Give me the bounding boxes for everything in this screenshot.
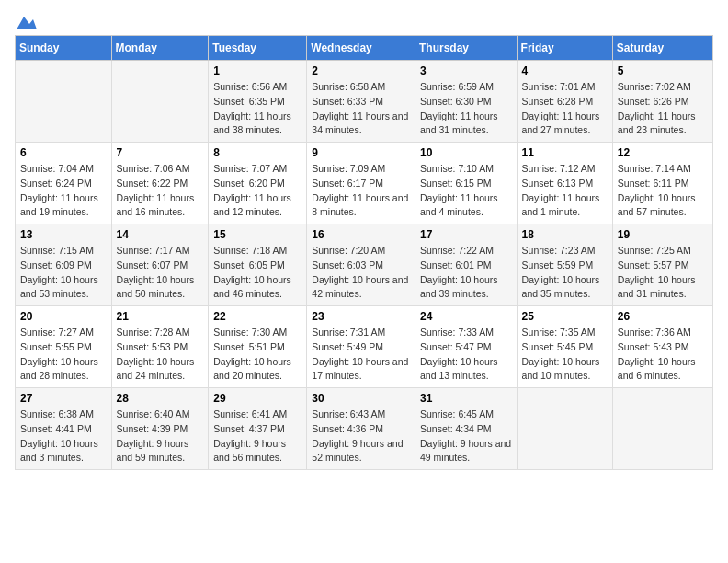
calendar-day-cell: 6Sunrise: 7:04 AMSunset: 6:24 PMDaylight… [16,143,112,224]
day-of-week-header: Monday [111,36,209,61]
day-info-text: Sunrise: 6:56 AM [213,80,301,95]
calendar-day-cell: 8Sunrise: 7:07 AMSunset: 6:20 PMDaylight… [209,143,307,224]
day-info-text: Daylight: 10 hours and 13 minutes. [420,355,512,385]
day-info-text: Sunset: 5:55 PM [20,340,107,355]
day-number: 26 [618,310,708,323]
calendar-week-row: 1Sunrise: 6:56 AMSunset: 6:35 PMDaylight… [16,61,713,143]
day-info-text: Daylight: 11 hours and 38 minutes. [213,109,301,139]
day-info-text: Daylight: 9 hours and 59 minutes. [117,437,204,466]
calendar-day-cell: 4Sunrise: 7:01 AMSunset: 6:28 PMDaylight… [517,61,612,143]
day-of-week-header: Friday [517,36,612,61]
calendar-day-cell: 29Sunrise: 6:41 AMSunset: 4:37 PMDayligh… [209,388,307,470]
day-info-text: Sunset: 6:35 PM [213,95,301,109]
day-info-text: Daylight: 11 hours and 23 minutes. [618,109,708,139]
day-number: 16 [312,228,410,241]
day-info-text: Sunrise: 7:22 AM [420,244,512,259]
calendar-day-cell: 30Sunrise: 6:43 AMSunset: 4:36 PMDayligh… [307,388,415,470]
day-info-text: Daylight: 11 hours and 19 minutes. [20,191,107,221]
day-of-week-header: Sunday [16,36,112,61]
day-info-text: Sunset: 4:41 PM [20,422,107,437]
calendar-day-cell: 25Sunrise: 7:35 AMSunset: 5:45 PMDayligh… [517,306,612,388]
day-info-text: Daylight: 10 hours and 35 minutes. [522,273,608,303]
calendar-header-row: SundayMondayTuesdayWednesdayThursdayFrid… [16,36,713,61]
day-number: 5 [618,64,708,77]
calendar-week-row: 6Sunrise: 7:04 AMSunset: 6:24 PMDaylight… [16,143,713,224]
calendar-day-cell: 26Sunrise: 7:36 AMSunset: 5:43 PMDayligh… [612,306,712,388]
day-info-text: Sunrise: 7:27 AM [20,326,107,340]
day-info-text: Sunrise: 7:01 AM [522,80,608,95]
day-info-text: Sunset: 6:13 PM [522,177,608,191]
day-info-text: Sunrise: 7:28 AM [117,326,204,340]
day-number: 11 [522,146,608,159]
svg-marker-0 [17,17,37,29]
day-number: 22 [213,310,301,323]
calendar-day-cell: 27Sunrise: 6:38 AMSunset: 4:41 PMDayligh… [16,388,112,470]
day-info-text: Daylight: 10 hours and 6 minutes. [618,355,708,385]
calendar-day-cell: 12Sunrise: 7:14 AMSunset: 6:11 PMDayligh… [612,143,712,224]
day-info-text: Sunset: 5:53 PM [117,340,204,355]
day-info-text: Sunset: 5:43 PM [618,340,708,355]
day-info-text: Sunset: 6:09 PM [20,259,107,273]
day-number: 20 [20,310,107,323]
day-number: 3 [420,64,512,77]
day-info-text: Sunrise: 6:45 AM [420,408,512,422]
day-info-text: Daylight: 10 hours and 57 minutes. [618,191,708,221]
day-info-text: Sunrise: 7:23 AM [522,244,608,259]
calendar-day-cell: 16Sunrise: 7:20 AMSunset: 6:03 PMDayligh… [307,224,415,306]
day-number: 18 [522,228,608,241]
day-info-text: Sunrise: 7:14 AM [618,162,708,177]
logo [15,15,37,26]
calendar-day-cell: 7Sunrise: 7:06 AMSunset: 6:22 PMDaylight… [111,143,209,224]
day-info-text: Sunrise: 7:06 AM [117,162,204,177]
day-number: 27 [20,392,107,405]
day-info-text: Sunrise: 6:43 AM [312,408,410,422]
calendar-day-cell: 10Sunrise: 7:10 AMSunset: 6:15 PMDayligh… [415,143,517,224]
day-info-text: Sunrise: 6:40 AM [117,408,204,422]
calendar-day-cell: 14Sunrise: 7:17 AMSunset: 6:07 PMDayligh… [111,224,209,306]
calendar-day-cell [16,61,112,143]
day-number: 13 [20,228,107,241]
day-info-text: Sunrise: 6:59 AM [420,80,512,95]
calendar-day-cell: 9Sunrise: 7:09 AMSunset: 6:17 PMDaylight… [307,143,415,224]
day-info-text: Sunset: 4:39 PM [117,422,204,437]
day-info-text: Sunset: 4:37 PM [213,422,301,437]
day-info-text: Sunset: 6:26 PM [618,95,708,109]
calendar-day-cell: 18Sunrise: 7:23 AMSunset: 5:59 PMDayligh… [517,224,612,306]
calendar-day-cell: 13Sunrise: 7:15 AMSunset: 6:09 PMDayligh… [16,224,112,306]
day-number: 9 [312,146,410,159]
day-info-text: Daylight: 9 hours and 52 minutes. [312,437,410,466]
day-info-text: Sunset: 5:45 PM [522,340,608,355]
day-info-text: Sunrise: 7:33 AM [420,326,512,340]
day-info-text: Sunset: 5:57 PM [618,259,708,273]
page-header [15,15,713,26]
day-number: 14 [117,228,204,241]
day-info-text: Daylight: 10 hours and 53 minutes. [20,273,107,303]
day-info-text: Sunrise: 7:07 AM [213,162,301,177]
day-number: 30 [312,392,410,405]
day-info-text: Daylight: 10 hours and 46 minutes. [213,273,301,303]
calendar-day-cell: 20Sunrise: 7:27 AMSunset: 5:55 PMDayligh… [16,306,112,388]
day-info-text: Sunrise: 7:18 AM [213,244,301,259]
calendar-table: SundayMondayTuesdayWednesdayThursdayFrid… [15,35,713,470]
calendar-day-cell: 19Sunrise: 7:25 AMSunset: 5:57 PMDayligh… [612,224,712,306]
day-info-text: Daylight: 11 hours and 16 minutes. [117,191,204,221]
day-info-text: Sunrise: 6:58 AM [312,80,410,95]
day-info-text: Sunrise: 7:30 AM [213,326,301,340]
day-info-text: Sunset: 4:36 PM [312,422,410,437]
calendar-day-cell: 22Sunrise: 7:30 AMSunset: 5:51 PMDayligh… [209,306,307,388]
day-of-week-header: Thursday [415,36,517,61]
calendar-day-cell [517,388,612,470]
day-number: 7 [117,146,204,159]
day-info-text: Sunrise: 7:09 AM [312,162,410,177]
day-number: 23 [312,310,410,323]
calendar-day-cell: 21Sunrise: 7:28 AMSunset: 5:53 PMDayligh… [111,306,209,388]
day-info-text: Sunset: 5:47 PM [420,340,512,355]
day-number: 21 [117,310,204,323]
day-info-text: Sunset: 6:15 PM [420,177,512,191]
day-info-text: Daylight: 9 hours and 56 minutes. [213,437,301,466]
day-info-text: Daylight: 10 hours and 28 minutes. [20,355,107,385]
calendar-day-cell: 23Sunrise: 7:31 AMSunset: 5:49 PMDayligh… [307,306,415,388]
day-info-text: Daylight: 11 hours and 27 minutes. [522,109,608,139]
day-info-text: Sunset: 6:30 PM [420,95,512,109]
day-number: 19 [618,228,708,241]
